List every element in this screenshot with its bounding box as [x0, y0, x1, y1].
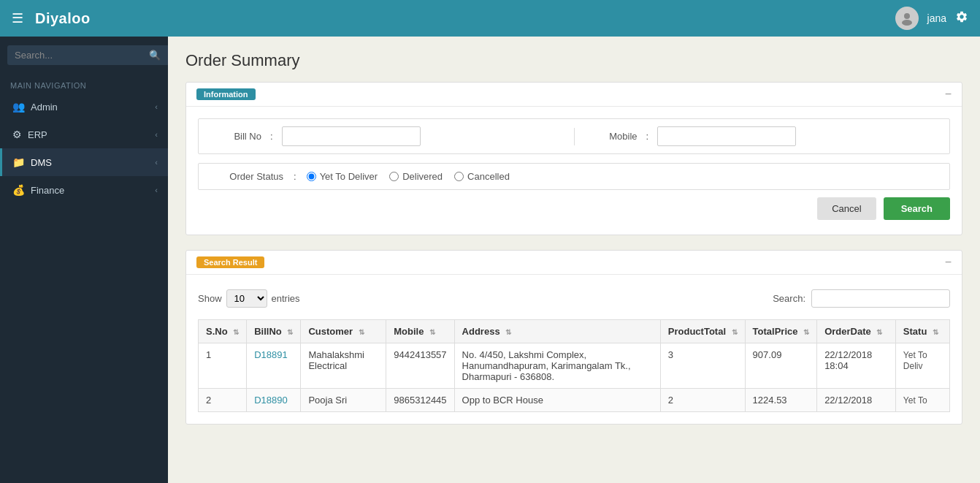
show-entries: Show 10 25 50 100 entries	[198, 289, 300, 308]
cell-sno: 1	[199, 343, 247, 389]
radio-yet-to-deliver-input[interactable]	[307, 172, 316, 181]
cell-product-total: 3	[660, 343, 745, 389]
sidebar-admin-label: Admin	[31, 102, 58, 113]
order-status-label: Order Status	[210, 171, 283, 182]
col-product-total[interactable]: ProductTotal ⇅	[660, 320, 745, 343]
bill-no-label: Bill No	[210, 131, 261, 142]
svg-point-1	[902, 20, 912, 26]
tp-sort-icon: ⇅	[803, 328, 809, 336]
radio-yet-to-deliver-label: Yet To Deliver	[320, 171, 378, 182]
result-badge: Search Result	[196, 256, 264, 268]
radio-cancelled-label: Cancelled	[467, 171, 510, 182]
customer-sort-icon: ⇅	[359, 328, 364, 336]
radio-delivered-input[interactable]	[389, 172, 399, 181]
pt-sort-icon: ⇅	[732, 328, 738, 336]
radio-yet-to-deliver[interactable]: Yet To Deliver	[307, 171, 378, 182]
entries-label: entries	[272, 293, 300, 304]
mobile-field: Mobile :	[586, 126, 938, 146]
page-title: Order Summary	[185, 51, 962, 70]
erp-chevron-icon: ‹	[155, 130, 158, 139]
billno-sort-icon: ⇅	[287, 328, 293, 336]
address-sort-icon: ⇅	[505, 328, 511, 336]
cell-address: Opp to BCR House	[454, 389, 660, 412]
col-mobile[interactable]: Mobile ⇅	[386, 320, 454, 343]
billno-link[interactable]: D18890	[254, 395, 288, 406]
cell-product-total: 2	[660, 389, 745, 412]
table-header-row: S.No ⇅ BillNo ⇅ Customer ⇅ Mobile ⇅ Addr…	[199, 320, 950, 343]
cell-customer: Mahalakshmi Electrical	[301, 343, 386, 389]
cell-customer: Pooja Sri	[301, 389, 386, 412]
cancel-button[interactable]: Cancel	[817, 197, 876, 220]
radio-delivered[interactable]: Delivered	[389, 171, 443, 182]
sidebar-search-input[interactable]	[7, 45, 168, 65]
col-billno[interactable]: BillNo ⇅	[247, 320, 301, 343]
main-content: Order Summary Information − Bill No : Mo	[168, 37, 980, 483]
cell-mobile: 9865312445	[386, 389, 454, 412]
status-sort-icon: ⇅	[933, 328, 938, 336]
settings-icon[interactable]	[955, 10, 968, 26]
erp-icon: ⚙	[12, 129, 22, 140]
result-minimize-button[interactable]: −	[945, 256, 952, 268]
cell-total-price: 1224.53	[745, 389, 817, 412]
search-button[interactable]: Search	[884, 197, 950, 220]
navbar-right: jana	[895, 7, 968, 30]
sidebar-item-finance[interactable]: 💰 Finance ‹	[0, 176, 168, 204]
svg-point-0	[904, 13, 910, 19]
data-table: S.No ⇅ BillNo ⇅ Customer ⇅ Mobile ⇅ Addr…	[198, 319, 950, 412]
sidebar-dms-label: DMS	[31, 157, 52, 168]
col-status[interactable]: Statu ⇅	[895, 320, 949, 343]
admin-icon: 👥	[12, 101, 25, 113]
brand-logo: Diyaloo	[35, 10, 91, 27]
sidebar-item-erp[interactable]: ⚙ ERP ‹	[0, 121, 168, 148]
col-order-date[interactable]: OrderDate ⇅	[817, 320, 896, 343]
info-card-body: Bill No : Mobile : Order Status :	[186, 107, 962, 235]
result-card: Search Result − Show 10 25 50 100 entrie…	[185, 250, 962, 425]
bill-no-input[interactable]	[282, 126, 421, 146]
cell-sno: 2	[199, 389, 247, 412]
dms-icon: 📁	[12, 156, 25, 168]
col-customer[interactable]: Customer ⇅	[301, 320, 386, 343]
avatar	[895, 7, 919, 30]
mobile-input[interactable]	[657, 126, 796, 146]
cell-order-date: 22/12/2018 18:04	[817, 343, 896, 389]
menu-icon[interactable]: ☰	[12, 10, 23, 26]
entries-select[interactable]: 10 25 50 100	[226, 289, 267, 308]
finance-icon: 💰	[12, 184, 25, 196]
cell-order-date: 22/12/2018	[817, 389, 896, 412]
cell-address: No. 4/450, Lakshmi Complex, Hanumandhapu…	[454, 343, 660, 389]
col-address[interactable]: Address ⇅	[454, 320, 660, 343]
radio-cancelled-input[interactable]	[454, 172, 464, 181]
username-label: jana	[927, 12, 946, 24]
table-search-input[interactable]	[811, 289, 950, 308]
table-search-label: Search:	[773, 293, 805, 304]
admin-chevron-icon: ‹	[155, 102, 158, 111]
sidebar-item-dms[interactable]: 📁 DMS ‹	[0, 148, 168, 176]
layout: 🔍 MAIN NAVIGATION 👥 Admin ‹ ⚙ ERP ‹ 📁 DM…	[0, 37, 980, 483]
billno-link[interactable]: D18891	[254, 349, 288, 360]
form-actions: Cancel Search	[198, 190, 950, 223]
result-card-body: Show 10 25 50 100 entries Search:	[186, 275, 962, 424]
mobile-sort-icon: ⇅	[429, 328, 435, 336]
info-badge: Information	[196, 88, 256, 100]
radio-cancelled[interactable]: Cancelled	[454, 171, 510, 182]
od-sort-icon: ⇅	[876, 328, 882, 336]
table-controls: Show 10 25 50 100 entries Search:	[198, 286, 950, 311]
cell-total-price: 907.09	[745, 343, 817, 389]
sidebar-section-label: MAIN NAVIGATION	[0, 74, 168, 93]
cell-status: Yet To	[895, 389, 949, 412]
field-divider	[574, 128, 575, 145]
cell-billno: D18891	[247, 343, 301, 389]
show-label: Show	[198, 293, 222, 304]
result-card-header: Search Result −	[186, 251, 962, 275]
finance-chevron-icon: ‹	[155, 186, 158, 194]
dms-chevron-icon: ‹	[155, 158, 158, 167]
bill-mobile-row: Bill No : Mobile :	[198, 118, 950, 154]
sidebar-item-admin[interactable]: 👥 Admin ‹	[0, 93, 168, 121]
col-sno[interactable]: S.No ⇅	[199, 320, 247, 343]
cell-billno: D18890	[247, 389, 301, 412]
bill-no-field: Bill No :	[210, 126, 562, 146]
cell-mobile: 9442413557	[386, 343, 454, 389]
table-row: 2 D18890 Pooja Sri 9865312445 Opp to BCR…	[199, 389, 950, 412]
col-total-price[interactable]: TotalPrice ⇅	[745, 320, 817, 343]
info-minimize-button[interactable]: −	[945, 88, 952, 100]
